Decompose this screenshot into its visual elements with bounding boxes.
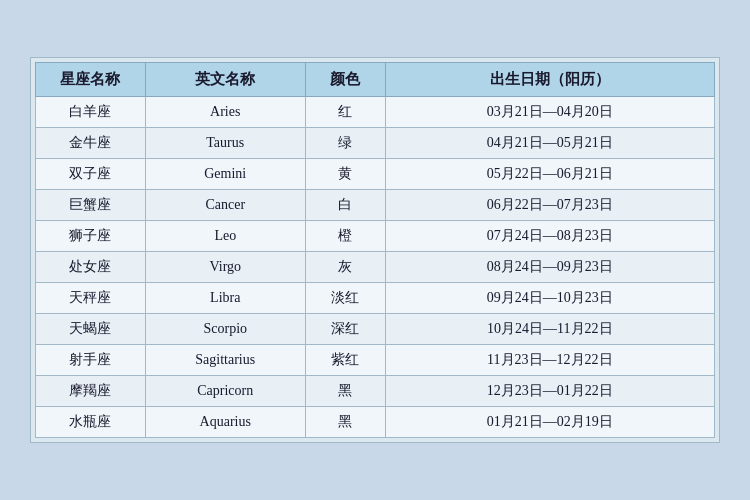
cell-cn: 摩羯座 (36, 376, 146, 407)
table-row: 双子座Gemini黄05月22日—06月21日 (36, 159, 715, 190)
table-header-row: 星座名称 英文名称 颜色 出生日期（阳历） (36, 63, 715, 97)
table-row: 金牛座Taurus绿04月21日—05月21日 (36, 128, 715, 159)
table-row: 天蝎座Scorpio深红10月24日—11月22日 (36, 314, 715, 345)
cell-cn: 水瓶座 (36, 407, 146, 438)
cell-color: 深红 (305, 314, 385, 345)
table-row: 天秤座Libra淡红09月24日—10月23日 (36, 283, 715, 314)
cell-color: 灰 (305, 252, 385, 283)
cell-en: Virgo (145, 252, 305, 283)
cell-en: Cancer (145, 190, 305, 221)
cell-date: 01月21日—02月19日 (385, 407, 714, 438)
cell-color: 黑 (305, 407, 385, 438)
cell-en: Leo (145, 221, 305, 252)
header-cn: 星座名称 (36, 63, 146, 97)
zodiac-table-container: 星座名称 英文名称 颜色 出生日期（阳历） 白羊座Aries红03月21日—04… (30, 57, 720, 443)
cell-color: 红 (305, 97, 385, 128)
cell-date: 11月23日—12月22日 (385, 345, 714, 376)
cell-date: 12月23日—01月22日 (385, 376, 714, 407)
cell-cn: 狮子座 (36, 221, 146, 252)
cell-cn: 天蝎座 (36, 314, 146, 345)
cell-en: Aries (145, 97, 305, 128)
cell-en: Capricorn (145, 376, 305, 407)
cell-color: 黑 (305, 376, 385, 407)
cell-date: 09月24日—10月23日 (385, 283, 714, 314)
cell-color: 绿 (305, 128, 385, 159)
cell-date: 06月22日—07月23日 (385, 190, 714, 221)
cell-date: 07月24日—08月23日 (385, 221, 714, 252)
zodiac-table: 星座名称 英文名称 颜色 出生日期（阳历） 白羊座Aries红03月21日—04… (35, 62, 715, 438)
cell-color: 黄 (305, 159, 385, 190)
cell-en: Taurus (145, 128, 305, 159)
table-row: 巨蟹座Cancer白06月22日—07月23日 (36, 190, 715, 221)
cell-date: 05月22日—06月21日 (385, 159, 714, 190)
header-date: 出生日期（阳历） (385, 63, 714, 97)
cell-cn: 射手座 (36, 345, 146, 376)
cell-en: Libra (145, 283, 305, 314)
cell-color: 淡红 (305, 283, 385, 314)
header-en: 英文名称 (145, 63, 305, 97)
cell-cn: 金牛座 (36, 128, 146, 159)
table-row: 摩羯座Capricorn黑12月23日—01月22日 (36, 376, 715, 407)
cell-color: 橙 (305, 221, 385, 252)
cell-color: 白 (305, 190, 385, 221)
table-row: 水瓶座Aquarius黑01月21日—02月19日 (36, 407, 715, 438)
cell-en: Scorpio (145, 314, 305, 345)
cell-cn: 天秤座 (36, 283, 146, 314)
table-row: 处女座Virgo灰08月24日—09月23日 (36, 252, 715, 283)
table-row: 狮子座Leo橙07月24日—08月23日 (36, 221, 715, 252)
cell-cn: 双子座 (36, 159, 146, 190)
cell-date: 04月21日—05月21日 (385, 128, 714, 159)
table-row: 射手座Sagittarius紫红11月23日—12月22日 (36, 345, 715, 376)
cell-date: 03月21日—04月20日 (385, 97, 714, 128)
cell-date: 08月24日—09月23日 (385, 252, 714, 283)
cell-date: 10月24日—11月22日 (385, 314, 714, 345)
table-row: 白羊座Aries红03月21日—04月20日 (36, 97, 715, 128)
cell-cn: 白羊座 (36, 97, 146, 128)
cell-cn: 处女座 (36, 252, 146, 283)
table-body: 白羊座Aries红03月21日—04月20日金牛座Taurus绿04月21日—0… (36, 97, 715, 438)
cell-cn: 巨蟹座 (36, 190, 146, 221)
cell-en: Aquarius (145, 407, 305, 438)
cell-color: 紫红 (305, 345, 385, 376)
header-color: 颜色 (305, 63, 385, 97)
cell-en: Sagittarius (145, 345, 305, 376)
cell-en: Gemini (145, 159, 305, 190)
